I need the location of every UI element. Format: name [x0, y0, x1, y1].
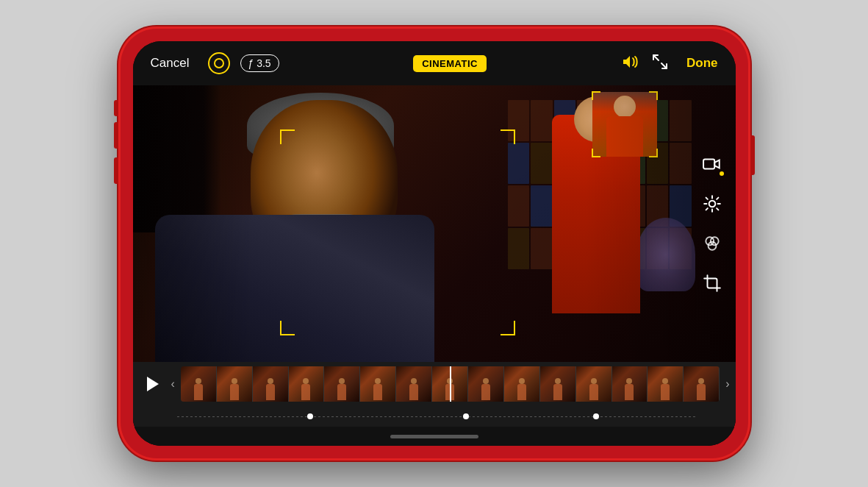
phone-shell: Cancel ƒ 3.5 CINEMATIC [118, 26, 750, 461]
top-bar-center: CINEMATIC [279, 55, 621, 72]
cinematic-mode-badge[interactable]: CINEMATIC [413, 55, 487, 72]
focus-mode-icon[interactable] [208, 52, 230, 74]
plant-decoration [636, 218, 695, 291]
filmstrip-frame [684, 366, 720, 402]
volume-down-button[interactable] [114, 157, 118, 184]
filmstrip[interactable] [181, 366, 720, 402]
screen: Cancel ƒ 3.5 CINEMATIC [133, 41, 736, 446]
power-button[interactable] [750, 135, 755, 175]
filmstrip-frame [576, 366, 612, 402]
filmstrip-frame [612, 366, 648, 402]
aperture-badge[interactable]: ƒ 3.5 [240, 54, 279, 72]
play-icon [147, 377, 159, 391]
play-button[interactable] [139, 371, 165, 397]
right-sidebar-tools [699, 151, 725, 296]
filmstrip-frame [396, 366, 432, 402]
crop-tool[interactable] [699, 270, 725, 296]
timeline-left-arrow[interactable]: ‹ [171, 377, 175, 391]
filmstrip-frame [540, 366, 576, 402]
svg-point-14 [708, 242, 716, 250]
video-camera-tool[interactable] [699, 151, 725, 177]
home-indicator-strip [133, 427, 736, 446]
timeline-right-arrow[interactable]: › [725, 377, 729, 391]
waveform-strip[interactable] [133, 406, 736, 427]
svg-line-0 [653, 55, 659, 60]
svg-line-11 [717, 198, 718, 199]
video-area [133, 85, 736, 362]
timeline-strip: ‹ [133, 362, 736, 406]
woman-thumbnail [592, 92, 657, 157]
top-bar-controls: ƒ 3.5 [208, 52, 279, 74]
done-button[interactable]: Done [681, 56, 718, 71]
color-filter-tool[interactable] [699, 230, 725, 257]
waveform-marker [463, 413, 469, 419]
bottom-controls: ‹ [133, 362, 736, 446]
expand-icon[interactable] [652, 54, 668, 74]
background-figure [133, 85, 221, 232]
waveform-dots [177, 415, 697, 418]
cancel-button[interactable]: Cancel [151, 56, 202, 71]
svg-line-9 [717, 208, 718, 210]
home-indicator [390, 435, 478, 438]
filmstrip-frame [468, 366, 504, 402]
volume-up-button[interactable] [114, 122, 118, 149]
filmstrip-frame [324, 366, 360, 402]
filmstrip-frame [504, 366, 540, 402]
svg-line-10 [706, 208, 707, 210]
active-tool-indicator [720, 171, 724, 176]
filmstrip-frame [217, 366, 253, 402]
top-bar-right: Done [621, 54, 718, 74]
svg-point-13 [710, 237, 718, 245]
woman-thumb-body [606, 116, 643, 157]
filmstrip-frame [181, 366, 217, 402]
filmstrip-frame [289, 366, 325, 402]
top-bar: Cancel ƒ 3.5 CINEMATIC [133, 41, 736, 85]
svg-line-8 [706, 198, 707, 199]
woman-thumb-face [614, 96, 636, 118]
waveform-marker [593, 413, 599, 419]
waveform-marker [307, 413, 313, 419]
brightness-tool[interactable] [699, 191, 725, 217]
playhead [450, 366, 451, 402]
filmstrip-frame [360, 366, 396, 402]
filmstrip-frame [253, 366, 289, 402]
svg-line-1 [661, 63, 667, 68]
filmstrip-frame [648, 366, 684, 402]
silent-button[interactable] [114, 100, 118, 116]
video-scene [133, 85, 736, 362]
volume-icon[interactable] [621, 54, 639, 73]
svg-point-3 [709, 201, 715, 207]
waveform-line [177, 416, 697, 417]
svg-rect-2 [703, 160, 714, 169]
man-jacket [155, 215, 434, 362]
